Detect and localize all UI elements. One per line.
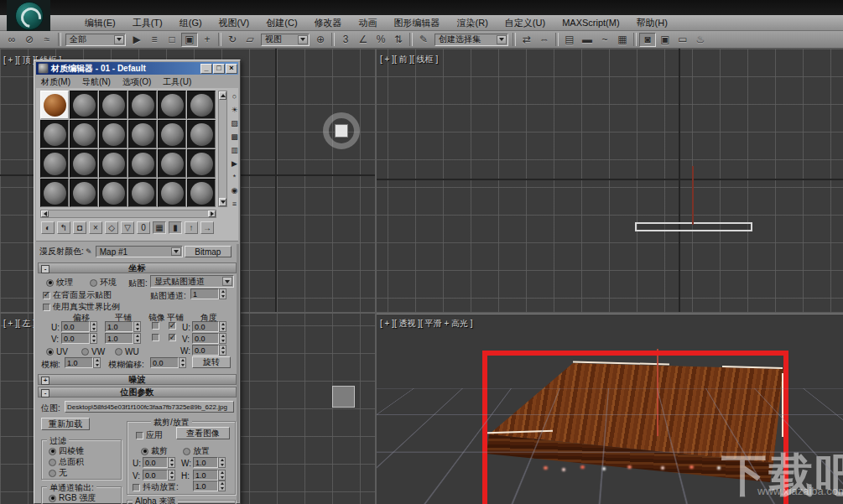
material-sample-slot[interactable] xyxy=(187,149,216,178)
v-tile-checkbox[interactable] xyxy=(169,334,176,341)
3dsmax-logo-icon[interactable] xyxy=(15,2,44,30)
crop-w-field[interactable]: 1.0 xyxy=(193,457,226,468)
unlink-icon[interactable]: ⊘ xyxy=(21,33,38,47)
put-to-scene-icon[interactable]: ↰ xyxy=(57,221,70,234)
material-sample-slot[interactable] xyxy=(158,149,186,178)
go-to-sibling-icon[interactable]: → xyxy=(200,221,214,234)
crop-u-field[interactable]: 0.0 xyxy=(143,457,175,468)
material-editor-titlebar[interactable]: 材质编辑器 - 01 - Default _ □ × xyxy=(36,62,238,75)
reload-button[interactable]: 重新加载 xyxy=(41,418,90,430)
make-preview-icon[interactable]: ▶ xyxy=(229,158,240,169)
restore-icon[interactable]: □ xyxy=(213,64,225,74)
menu-edit[interactable]: 编辑(E) xyxy=(77,16,123,30)
bitmap-path-button[interactable]: Desktop\58fd45e03f1f100fc3faa7fb7325e89b… xyxy=(65,401,234,413)
palette-hscrollbar[interactable] xyxy=(40,210,216,218)
reset-map-icon[interactable]: × xyxy=(89,221,102,234)
material-sample-slot[interactable] xyxy=(40,179,69,207)
crop-v-field[interactable]: 0.0 xyxy=(143,470,175,481)
me-menu-material[interactable]: 材质(M) xyxy=(36,76,75,88)
percent-snap-icon[interactable]: % xyxy=(372,33,389,47)
video-color-check-icon[interactable]: ▥ xyxy=(229,144,240,156)
rollout-noise[interactable]: +噪波 xyxy=(38,374,237,385)
get-material-icon[interactable]: ◐ xyxy=(41,221,55,234)
close-icon[interactable]: × xyxy=(226,64,237,74)
menu-customize[interactable]: 自定义(U) xyxy=(497,16,553,30)
select-rotate-icon[interactable]: ↻ xyxy=(224,33,241,47)
reference-coordinate-dropdown[interactable]: 视图 xyxy=(261,34,310,46)
background-icon[interactable]: ▨ xyxy=(229,117,240,129)
menu-help[interactable]: 帮助(H) xyxy=(629,16,675,30)
material-sample-slot[interactable] xyxy=(187,91,216,119)
bind-spacewarp-icon[interactable]: ≈ xyxy=(39,33,55,47)
put-to-library-icon[interactable]: ▽ xyxy=(121,221,134,234)
ribbon-toggle-icon[interactable]: ▬ xyxy=(579,33,596,47)
material-sample-slot[interactable] xyxy=(158,120,186,148)
material-sample-slot[interactable] xyxy=(128,149,157,178)
minimize-icon[interactable]: _ xyxy=(200,64,212,74)
crop-h-field[interactable]: 1.0 xyxy=(193,470,226,481)
environ-radio[interactable]: 环境 xyxy=(90,277,117,288)
mapping-dropdown[interactable]: 显式贴图通道 xyxy=(150,275,234,288)
scroll-right-icon[interactable] xyxy=(208,210,216,217)
snap-toggle-icon[interactable]: 3 xyxy=(337,33,354,47)
plane-object-left-view[interactable] xyxy=(332,386,355,408)
select-by-material-icon[interactable]: ◉ xyxy=(229,184,240,196)
summed-area-radio[interactable]: 总面积 xyxy=(49,456,84,468)
material-sample-slot[interactable] xyxy=(187,179,216,207)
material-sample-slot[interactable] xyxy=(40,120,69,148)
select-by-name-icon[interactable]: ≡ xyxy=(146,33,163,47)
schematic-view-icon[interactable]: ▦ xyxy=(614,33,631,47)
align-icon[interactable]: ⇔ xyxy=(536,33,553,47)
effects-channel-icon[interactable]: 0 xyxy=(137,221,150,234)
plane-object-front-view[interactable] xyxy=(635,222,752,231)
menu-create[interactable]: 创建(C) xyxy=(258,16,304,30)
material-sample-slot[interactable] xyxy=(99,120,127,148)
render-production-icon[interactable]: ♨ xyxy=(692,33,709,47)
angle-snap-icon[interactable]: ∠ xyxy=(355,33,372,47)
rgb-intensity-radio[interactable]: RGB 强度 xyxy=(49,492,96,504)
rotate-button[interactable]: 旋转 xyxy=(192,356,231,368)
material-sample-slot[interactable] xyxy=(99,91,127,119)
sample-tiling-icon[interactable]: ▩ xyxy=(229,131,240,143)
w-angle-field[interactable]: 0.0 xyxy=(192,345,226,356)
palette-vscrollbar[interactable] xyxy=(218,91,227,207)
menu-rendering[interactable]: 渲染(R) xyxy=(450,16,496,30)
show-end-result-icon[interactable]: ▮ xyxy=(169,221,182,234)
blur-offset-field[interactable]: 0.0 xyxy=(150,357,186,368)
material-sample-slot[interactable] xyxy=(70,120,98,148)
uv-radio[interactable]: UV xyxy=(46,347,68,356)
map-channel-field[interactable]: 1 xyxy=(190,288,226,299)
scroll-up-icon[interactable] xyxy=(219,91,226,100)
u-offset-field[interactable]: 0.0 xyxy=(61,321,97,332)
window-crossing-icon[interactable]: ▣ xyxy=(181,33,198,47)
show-map-on-back-checkbox[interactable]: 在背面显示贴图 xyxy=(43,289,112,301)
view-image-button[interactable]: 查看图像 xyxy=(176,427,230,439)
rollout-bitmap-parameters[interactable]: -位图参数 xyxy=(38,387,237,397)
menu-tools[interactable]: 工具(T) xyxy=(125,16,170,30)
selection-filter-dropdown[interactable]: 全部 xyxy=(65,34,126,46)
menu-views[interactable]: 视图(V) xyxy=(211,16,258,30)
material-sample-slot[interactable] xyxy=(70,91,98,119)
menu-animation[interactable]: 动画 xyxy=(351,16,385,30)
texture-radio[interactable]: 纹理 xyxy=(46,277,73,288)
wu-radio[interactable]: WU xyxy=(115,347,139,356)
pyramidal-radio[interactable]: 四棱锥 xyxy=(49,445,84,457)
assign-to-selection-icon[interactable]: ◘ xyxy=(73,221,86,234)
scroll-left-icon[interactable] xyxy=(41,210,49,217)
viewport-label-perspective[interactable]: [ + ][ 透视 ][ 平滑 + 高光 ] xyxy=(380,318,473,330)
map-type-button[interactable]: Bitmap xyxy=(185,246,232,257)
named-selection-set-dropdown[interactable]: 创建选择集 xyxy=(435,34,508,46)
rendered-frame-icon[interactable]: ▭ xyxy=(674,33,691,47)
menu-modifiers[interactable]: 修改器 xyxy=(307,16,350,30)
u-angle-field[interactable]: 0.0 xyxy=(192,321,226,332)
select-link-icon[interactable]: ∞ xyxy=(3,33,20,47)
material-sample-slot[interactable] xyxy=(128,91,157,119)
material-sample-slot[interactable] xyxy=(40,149,69,178)
material-map-navigator-icon[interactable]: ≡ xyxy=(229,198,240,210)
render-setup-icon[interactable]: ▣ xyxy=(657,33,674,47)
rollout-scroll-strip[interactable] xyxy=(237,244,239,502)
eyedropper-icon[interactable]: ✎ xyxy=(84,246,94,257)
curve-editor-icon[interactable]: ~ xyxy=(596,33,613,47)
crop-radio[interactable]: 裁剪 xyxy=(141,445,168,457)
rollout-coordinates[interactable]: -坐标 xyxy=(38,262,237,273)
